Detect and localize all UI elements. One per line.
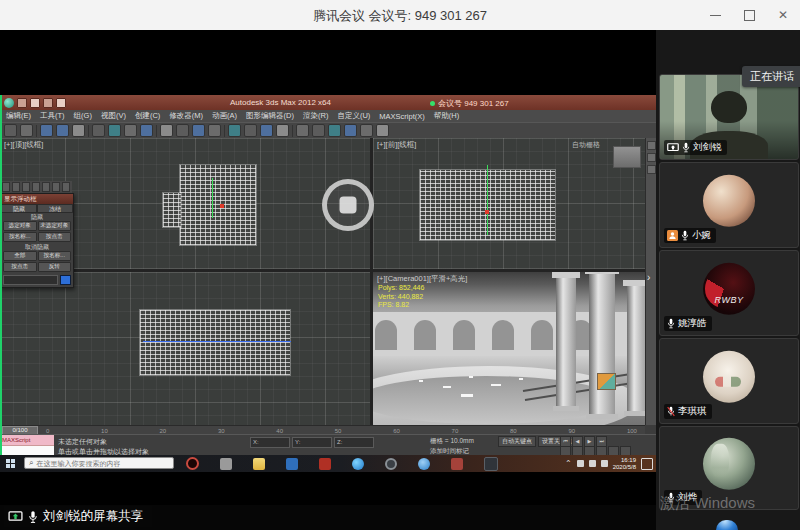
taskbar-app-icon[interactable]: [385, 458, 397, 470]
toolbar-icon[interactable]: [32, 182, 40, 192]
toolbar-icon[interactable]: [176, 124, 189, 137]
taskbar-clock[interactable]: 16:19 2020/5/8: [613, 457, 636, 471]
menu-animation[interactable]: 动画(A): [212, 111, 237, 121]
toolbar-icon[interactable]: [360, 124, 373, 137]
toolbar-icon[interactable]: [208, 124, 221, 137]
3dsmax-logo-icon[interactable]: [4, 98, 14, 108]
coord-z-field[interactable]: Z:: [334, 437, 374, 448]
panel-button[interactable]: 按点击: [38, 232, 72, 242]
menu-graph-editors[interactable]: 图形编辑器(D): [246, 111, 294, 121]
menu-edit[interactable]: 编辑(E): [6, 111, 31, 121]
axis-tripod-icon[interactable]: [597, 373, 616, 390]
toolbar-icon[interactable]: [108, 124, 121, 137]
maximize-button[interactable]: [732, 0, 766, 30]
tray-ime-icon[interactable]: [601, 460, 608, 467]
object-color-swatch[interactable]: [60, 275, 71, 285]
taskbar-app-icon[interactable]: [451, 458, 463, 470]
toolbar-icon[interactable]: [12, 182, 20, 192]
participant-tile[interactable]: 小婉: [659, 162, 799, 248]
toolbar-icon[interactable]: [72, 124, 85, 137]
toolbar-icon[interactable]: [160, 124, 173, 137]
participant-tile[interactable]: RWBY 姚淳皓: [659, 250, 799, 336]
taskbar-app-icon[interactable]: [220, 458, 232, 470]
participant-tile[interactable]: 李琪琪: [659, 338, 799, 424]
3dsmax-window[interactable]: Autodesk 3ds Max 2012 x64 会议号 949 301 26…: [0, 95, 656, 455]
toolbar-icon[interactable]: [62, 182, 70, 192]
toolbar-icon[interactable]: [276, 124, 289, 137]
taskbar-search-box[interactable]: ⌕: [24, 457, 174, 469]
toolbar-icon[interactable]: [92, 124, 105, 137]
toolbar-icon[interactable]: [20, 124, 33, 137]
tray-network-icon[interactable]: [577, 460, 584, 467]
edge-icon[interactable]: [352, 458, 364, 470]
minimize-button[interactable]: [698, 0, 732, 30]
tray-volume-icon[interactable]: [589, 460, 596, 467]
toolbar-icon[interactable]: [140, 124, 153, 137]
auto-key-button[interactable]: 自动关键点: [498, 436, 536, 447]
action-center-icon[interactable]: [641, 458, 653, 470]
toolbar-icon[interactable]: [328, 124, 341, 137]
panel-button[interactable]: 选定对象: [3, 221, 37, 231]
toolbar-icon[interactable]: [192, 124, 205, 137]
menu-rendering[interactable]: 渲染(R): [303, 111, 328, 121]
menu-create[interactable]: 创建(C): [135, 111, 160, 121]
panel-button[interactable]: 未选定对象: [38, 221, 72, 231]
quick-access-icon[interactable]: [17, 98, 27, 108]
toolbar-icon[interactable]: [296, 124, 309, 137]
toolbar-icon[interactable]: [52, 182, 60, 192]
menu-customize[interactable]: 自定义(U): [337, 111, 370, 121]
menu-views[interactable]: 视图(V): [101, 111, 126, 121]
camera-viewport-label[interactable]: [+][Camera001][平滑+高光]: [377, 274, 467, 284]
panel-name-field[interactable]: [3, 275, 58, 285]
file-explorer-icon[interactable]: [253, 458, 265, 470]
start-button[interactable]: [6, 459, 16, 469]
coord-x-field[interactable]: X:: [250, 437, 290, 448]
3dsmax-taskbar-icon[interactable]: [319, 458, 331, 470]
panel-title[interactable]: 显示浮动框: [1, 194, 73, 204]
close-button[interactable]: ✕: [766, 0, 800, 30]
toolbar-icon[interactable]: [4, 124, 17, 137]
panel-tab-hide[interactable]: 隐藏: [1, 204, 37, 213]
quick-access-icon[interactable]: [43, 98, 53, 108]
toolbar-icon[interactable]: [56, 124, 69, 137]
command-panel-tab-icon[interactable]: [647, 153, 656, 162]
quick-access-icon[interactable]: [30, 98, 40, 108]
maxscript-mini-listener[interactable]: MAXScript: [0, 435, 54, 456]
panel-button[interactable]: 全部: [3, 251, 37, 261]
toolbar-icon[interactable]: [244, 124, 257, 137]
toolbar-icon[interactable]: [344, 124, 357, 137]
quick-access-icon[interactable]: [56, 98, 66, 108]
viewcube-widget[interactable]: [613, 146, 641, 168]
panel-button[interactable]: 反转: [38, 262, 72, 272]
taskbar-app-icon[interactable]: [186, 457, 199, 470]
toolbar-icon[interactable]: [42, 182, 50, 192]
taskbar-app-icon[interactable]: [418, 458, 430, 470]
coord-y-field[interactable]: Y:: [292, 437, 332, 448]
shared-screen[interactable]: Autodesk 3ds Max 2012 x64 会议号 949 301 26…: [0, 30, 656, 505]
tray-expand-icon[interactable]: ⌃: [565, 459, 572, 468]
toolbar-icon[interactable]: [260, 124, 273, 137]
expand-panel-chevron-icon[interactable]: ›: [647, 272, 650, 283]
panel-button[interactable]: 按点击: [3, 262, 37, 272]
search-input[interactable]: [36, 460, 169, 467]
menu-modifiers[interactable]: 修改器(M): [169, 111, 203, 121]
camera-viewport[interactable]: [+][Camera001][平滑+高光] Polys: 852,446 Ver…: [373, 272, 645, 425]
toolbar-icon[interactable]: [312, 124, 325, 137]
command-panel-tab-icon[interactable]: [647, 141, 656, 150]
panel-button[interactable]: 按名称...: [38, 251, 72, 261]
taskbar-app-icon[interactable]: [484, 457, 498, 471]
toolbar-icon[interactable]: [228, 124, 241, 137]
toolbar-icon[interactable]: [124, 124, 137, 137]
panel-button[interactable]: 按名称...: [3, 232, 37, 242]
toolbar-icon[interactable]: [2, 182, 10, 192]
menu-maxscript[interactable]: MAXScript(X): [379, 112, 424, 121]
toolbar-icon[interactable]: [22, 182, 30, 192]
panel-tab-freeze[interactable]: 冻结: [37, 204, 73, 213]
menu-tools[interactable]: 工具(T): [40, 111, 65, 121]
command-panel-tab-icon[interactable]: [647, 165, 656, 174]
photos-icon[interactable]: [286, 458, 298, 470]
toolbar-icon[interactable]: [376, 124, 389, 137]
viewport-front-label[interactable]: [+][前][线框]: [377, 140, 416, 150]
toolbar-icon[interactable]: [40, 124, 53, 137]
menu-help[interactable]: 帮助(H): [434, 111, 459, 121]
